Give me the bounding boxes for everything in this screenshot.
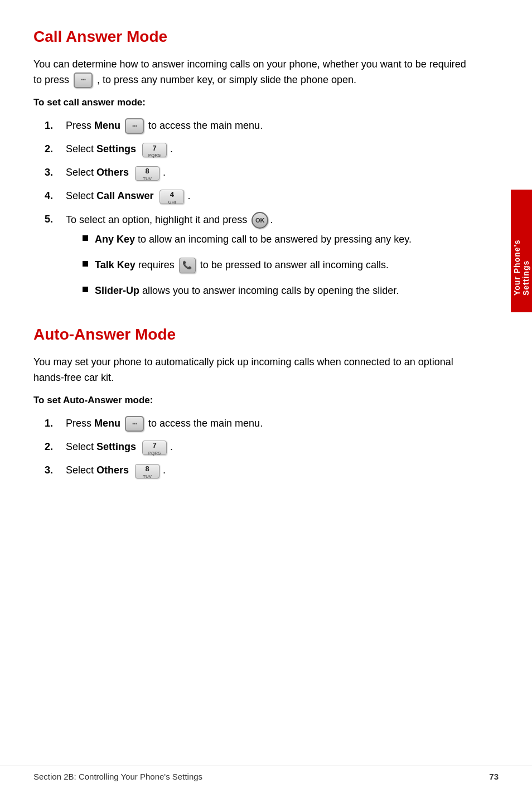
auto-step-2: 2. Select Settings 7 PQRS . <box>45 439 476 455</box>
callanswer-key-icon: 4 GHI <box>158 189 186 204</box>
call-answer-mode-title: Call Answer Mode <box>33 28 476 46</box>
settings-key-icon-1: 7 PQRS <box>141 142 168 157</box>
step-3: 3. Select Others 8 TUV . <box>45 165 476 181</box>
menu-bold-2: Menu <box>94 418 120 429</box>
auto-answer-steps: 1. Press Menu to access the main menu. 2… <box>45 416 476 478</box>
callanswer-bold: Call Answer <box>96 190 153 201</box>
call-answer-steps: 1. Press Menu to access the main menu. 2… <box>45 118 476 309</box>
step-2: 2. Select Settings 7 PQRS . <box>45 142 476 157</box>
call-answer-intro: You can determine how to answer incoming… <box>33 57 476 88</box>
menu-key-icon-1 <box>125 118 144 134</box>
call-answer-sub-heading: To set call answer mode: <box>33 97 476 108</box>
page-footer: Section 2B: Controlling Your Phone's Set… <box>0 766 532 781</box>
auto-step-1: 1. Press Menu to access the main menu. <box>45 416 476 432</box>
auto-answer-mode-title: Auto-Answer Mode <box>33 326 476 344</box>
settings-bold-2: Settings <box>96 441 136 452</box>
others-bold-1: Others <box>96 167 129 178</box>
talk-key-icon: 📞 <box>179 258 196 273</box>
bullet-talk-key: Talk Key requires 📞 to be pressed to ans… <box>83 258 476 273</box>
footer-page-number: 73 <box>489 772 499 781</box>
footer-section-label: Section 2B: Controlling Your Phone's Set… <box>33 772 202 781</box>
side-tab-label: Your Phone's Settings <box>511 190 532 312</box>
slider-up-bold: Slider-Up <box>95 285 139 296</box>
menu-bold-1: Menu <box>94 120 120 131</box>
any-key-bold: Any Key <box>95 234 135 245</box>
others-key-icon-2: 8 TUV <box>133 463 161 478</box>
ok-key-icon: OK <box>252 212 268 229</box>
step-5: 5. To select an option, highlight it and… <box>45 212 476 309</box>
step-4: 4. Select Call Answer 4 GHI . <box>45 188 476 204</box>
step-1: 1. Press Menu to access the main menu. <box>45 118 476 134</box>
settings-key-icon-2: 7 PQRS <box>141 440 168 455</box>
auto-step-3: 3. Select Others 8 TUV . <box>45 463 476 478</box>
talk-key-bold: Talk Key <box>95 259 136 270</box>
answer-options-list: Any Key to allow an incoming call to be … <box>83 232 476 299</box>
others-bold-2: Others <box>96 465 129 476</box>
bullet-any-key: Any Key to allow an incoming call to be … <box>83 232 476 248</box>
menu-key-icon-2 <box>125 416 144 432</box>
others-key-icon-1: 8 TUV <box>133 166 161 181</box>
bullet-square-3 <box>83 287 88 292</box>
bullet-slider-up: Slider-Up allows you to answer incoming … <box>83 283 476 299</box>
bullet-square-2 <box>83 261 88 267</box>
auto-answer-sub-heading: To set Auto-Answer mode: <box>33 395 476 406</box>
settings-bold-1: Settings <box>96 143 136 154</box>
bullet-square-1 <box>83 235 88 241</box>
menu-key-icon-intro <box>74 72 93 88</box>
auto-answer-intro: You may set your phone to automatically … <box>33 355 476 386</box>
